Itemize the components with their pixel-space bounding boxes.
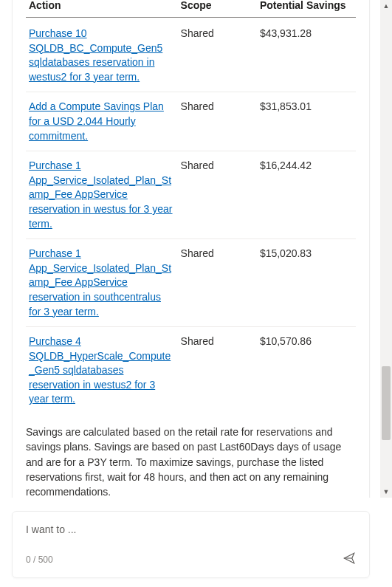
- table-row: Purchase 1 App_Service_Isolated_Plan_Sta…: [26, 151, 356, 239]
- scope-cell: Shared: [178, 92, 257, 151]
- prompt-input[interactable]: [26, 524, 356, 535]
- action-link[interactable]: Purchase 1 App_Service_Isolated_Plan_Sta…: [29, 159, 173, 229]
- action-link[interactable]: Purchase 10 SQLDB_BC_Compute_Gen5 sqldat…: [29, 27, 162, 83]
- savings-cell: $43,931.28: [257, 18, 356, 92]
- savings-cell: $31,853.01: [257, 92, 356, 151]
- table-row: Add a Compute Savings Plan for a USD 2.0…: [26, 92, 356, 151]
- header-savings: Potential Savings: [257, 0, 356, 18]
- savings-footnote: Savings are calculated based on the reta…: [26, 425, 356, 498]
- scope-cell: Shared: [178, 18, 257, 92]
- scrollbar-thumb[interactable]: [382, 366, 391, 440]
- scroll-down-icon[interactable]: ▼: [380, 486, 392, 498]
- recommendations-table: Action Scope Potential Savings Purchase …: [26, 0, 356, 414]
- header-scope: Scope: [178, 0, 257, 18]
- recommendations-card: Action Scope Potential Savings Purchase …: [12, 0, 370, 498]
- prompt-input-card: 0 / 500: [12, 511, 370, 578]
- scope-cell: Shared: [178, 327, 257, 414]
- scope-cell: Shared: [178, 239, 257, 327]
- char-counter: 0 / 500: [26, 555, 53, 565]
- scrollbar-track[interactable]: [380, 12, 392, 486]
- action-link[interactable]: Add a Compute Savings Plan for a USD 2.0…: [29, 100, 164, 141]
- table-row: Purchase 10 SQLDB_BC_Compute_Gen5 sqldat…: [26, 18, 356, 92]
- table-row: Purchase 4 SQLDB_HyperScale_Compute_Gen5…: [26, 327, 356, 414]
- send-icon[interactable]: [343, 552, 356, 567]
- savings-cell: $10,570.86: [257, 327, 356, 414]
- action-link[interactable]: Purchase 1 App_Service_Isolated_Plan_Sta…: [29, 247, 171, 317]
- table-row: Purchase 1 App_Service_Isolated_Plan_Sta…: [26, 239, 356, 327]
- header-action: Action: [26, 0, 178, 18]
- scrollbar[interactable]: ▲ ▼: [380, 0, 392, 498]
- savings-cell: $15,020.83: [257, 239, 356, 327]
- scope-cell: Shared: [178, 151, 257, 239]
- savings-cell: $16,244.42: [257, 151, 356, 239]
- action-link[interactable]: Purchase 4 SQLDB_HyperScale_Compute_Gen5…: [29, 335, 171, 405]
- scroll-up-icon[interactable]: ▲: [380, 0, 392, 12]
